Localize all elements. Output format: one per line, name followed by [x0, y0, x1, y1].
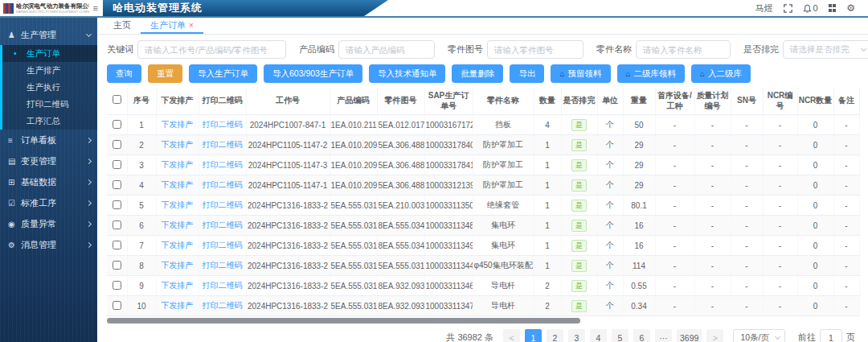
dispatch-link[interactable]: 下发排产 — [162, 261, 194, 270]
prev-page-button[interactable]: < — [503, 329, 520, 342]
print-qrcode-link[interactable]: 打印二维码 — [203, 180, 243, 189]
house-icon: ⌂ — [700, 69, 705, 78]
into-secondary-store-button[interactable]: ⌂入二级库 — [691, 64, 751, 83]
part-drawing-no-input[interactable] — [487, 40, 583, 59]
page-button-2[interactable]: 2 — [547, 329, 563, 342]
cell: 打印二维码 — [199, 216, 246, 236]
cell: 2 — [127, 135, 156, 155]
sidebar-item-production-execution[interactable]: 生产执行 — [2, 79, 97, 96]
row-checkbox[interactable] — [113, 120, 121, 129]
row-checkbox[interactable] — [113, 220, 121, 229]
row-checkbox[interactable] — [113, 241, 121, 249]
query-button[interactable]: 查询 — [107, 64, 141, 83]
print-qrcode-link[interactable]: 打印二维码 — [203, 241, 243, 249]
sidebar-item-standard-process[interactable]: ☑标准工序 — [0, 192, 97, 213]
cell: 2024HPC1316-1833-2 — [246, 196, 330, 216]
scheduled-status-badge: 是 — [571, 179, 587, 192]
sidebar-item-production-order[interactable]: •生产订单 — [2, 45, 97, 62]
reserve-material-button[interactable]: ⌂预留领料 — [551, 64, 610, 83]
tab-production-order[interactable]: 生产订单× — [141, 18, 203, 34]
page-button-3699[interactable]: 3699 — [677, 329, 702, 342]
clipboard-icon: ▤ — [8, 157, 21, 166]
part-name-input[interactable] — [636, 40, 731, 59]
sidebar-item-print-qrcode[interactable]: 打印二维码 — [2, 96, 97, 113]
page-button-3[interactable]: 3 — [568, 329, 585, 342]
goto-page-input[interactable] — [820, 329, 842, 342]
row-checkbox[interactable] — [113, 301, 121, 310]
print-qrcode-link[interactable]: 打印二维码 — [203, 120, 243, 129]
cell: 2024HPC1105-1147-3 — [246, 155, 330, 175]
sidebar-item-order-board[interactable]: ≡订单看板 — [0, 130, 97, 150]
dispatch-link[interactable]: 下发排产 — [162, 200, 194, 209]
apps-grid-icon[interactable] — [829, 4, 837, 12]
cell: 10003317841 — [424, 155, 473, 175]
print-qrcode-link[interactable]: 打印二维码 — [203, 220, 243, 229]
product-code-input[interactable] — [338, 40, 435, 59]
dispatch-link[interactable]: 下发排产 — [162, 180, 194, 189]
print-qrcode-link[interactable]: 打印二维码 — [203, 281, 243, 290]
more-pages-button[interactable]: ··· — [655, 329, 672, 342]
import-tech-notice-button[interactable]: 导入技术通知单 — [369, 64, 446, 83]
cell: - — [833, 155, 859, 175]
row-checkbox[interactable] — [113, 160, 121, 169]
page-button-5[interactable]: 5 — [612, 329, 628, 342]
page-size-select[interactable]: 10条/页 — [733, 329, 785, 342]
dispatch-link[interactable]: 下发排产 — [162, 140, 194, 149]
tab-close-icon[interactable]: × — [189, 21, 194, 30]
sidebar-item-quality-exception[interactable]: ◉质量异常 — [0, 213, 97, 234]
print-qrcode-link[interactable]: 打印二维码 — [203, 140, 243, 149]
sidebar-item-process-summary[interactable]: 工序汇总 — [2, 113, 97, 130]
tab-home[interactable]: 主页 — [104, 18, 141, 34]
horizontal-scrollbar-thumb[interactable] — [107, 318, 580, 323]
dispatch-link[interactable]: 下发排产 — [162, 120, 194, 129]
dispatch-link[interactable]: 下发排产 — [162, 301, 194, 310]
reset-button[interactable]: 重置 — [148, 64, 182, 83]
sidebar-item-production-scheduling[interactable]: 生产排产 — [2, 62, 97, 79]
next-page-button[interactable]: > — [706, 329, 723, 342]
row-checkbox[interactable] — [113, 200, 121, 209]
cell: 集电环 — [473, 236, 534, 256]
notification-bell-icon[interactable]: 0 — [803, 3, 818, 13]
secondary-store-pick-button[interactable]: ⌂二级库领料 — [617, 64, 686, 83]
sidebar-item-change-management[interactable]: ▤变更管理 — [0, 150, 97, 171]
page-button-6[interactable]: 6 — [633, 329, 650, 342]
dispatch-link[interactable]: 下发排产 — [162, 281, 194, 290]
sidebar-item-message-management[interactable]: ⚙消息管理 — [0, 234, 97, 255]
cell: 29 — [623, 175, 655, 196]
sidebar-collapse-icon[interactable]: ≡ — [92, 3, 100, 13]
fullscreen-icon[interactable] — [784, 4, 792, 13]
export-button[interactable]: 导出 — [510, 64, 544, 83]
row-checkbox-cell — [107, 276, 127, 296]
keyword-input[interactable] — [137, 40, 286, 59]
dispatch-link[interactable]: 下发排产 — [162, 160, 194, 169]
cell: 打印二维码 — [199, 236, 246, 256]
cell: - — [694, 256, 731, 276]
row-checkbox[interactable] — [113, 281, 121, 290]
print-qrcode-link[interactable]: 打印二维码 — [203, 200, 243, 209]
dispatch-link[interactable]: 下发排产 — [162, 220, 194, 229]
print-qrcode-link[interactable]: 打印二维码 — [203, 301, 243, 310]
batch-delete-button[interactable]: 批量删除 — [452, 64, 503, 83]
sidebar-item-basic-data[interactable]: ⊞基础数据 — [0, 171, 97, 192]
cell: 下发排产 — [156, 296, 199, 316]
dispatch-link[interactable]: 下发排产 — [162, 241, 194, 249]
cell: - — [694, 236, 731, 256]
sidebar-item-production-management[interactable]: ♟生产管理 — [0, 24, 97, 45]
page-button-4[interactable]: 4 — [590, 329, 607, 342]
cell: 打印二维码 — [199, 256, 246, 276]
cell: 8EA.932.0931 — [377, 296, 424, 316]
cell: 50 — [623, 115, 655, 135]
row-checkbox[interactable] — [113, 261, 121, 270]
settings-gear-icon[interactable]: ⚙ — [846, 2, 855, 14]
row-checkbox[interactable] — [113, 140, 121, 149]
import-603-903-button[interactable]: 导入603/903生产订单 — [264, 64, 362, 83]
cell: 5EA.555.0312 — [330, 196, 377, 216]
select-all-checkbox[interactable] — [113, 95, 121, 104]
print-qrcode-link[interactable]: 打印二维码 — [203, 160, 243, 169]
cell: 下发排产 — [156, 256, 199, 276]
print-qrcode-link[interactable]: 打印二维码 — [203, 261, 243, 270]
import-production-order-button[interactable]: 导入生产订单 — [189, 64, 257, 83]
row-checkbox[interactable] — [113, 180, 121, 189]
schedule-status-select[interactable]: 请选择是否排完 — [783, 40, 868, 59]
page-button-1[interactable]: 1 — [525, 329, 542, 342]
